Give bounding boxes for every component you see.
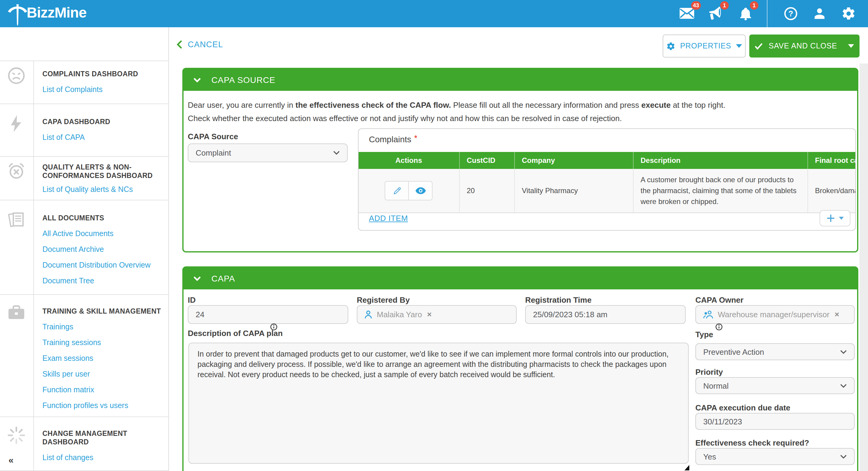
capa-source-panel: CAPA SOURCE Dear user, you are currently… <box>182 68 858 253</box>
svg-text:?: ? <box>788 9 793 18</box>
capa-owner-label: CAPA Owner <box>695 296 744 304</box>
add-item-link[interactable]: ADD ITEM <box>369 214 408 223</box>
select-chevron-icon <box>840 455 847 459</box>
info-icon[interactable] <box>715 323 723 331</box>
section-title: QUALITY ALERTS & NON-CONFORMANCES DASHBO… <box>42 163 162 180</box>
add-row-button[interactable] <box>819 210 850 227</box>
message-text: Please fill out all the necessary inform… <box>451 101 642 109</box>
bell-badge: 1 <box>750 1 758 10</box>
user-icon[interactable] <box>813 7 826 21</box>
sidebar-link-function-matrix[interactable]: Function matrix <box>42 386 162 394</box>
properties-button[interactable]: PROPERTIES <box>663 34 746 58</box>
sidebar-link-list-of-capa[interactable]: List of CAPA <box>42 134 162 142</box>
info-icon[interactable] <box>270 323 277 331</box>
sidebar-link-quality-alerts-ncs[interactable]: List of Quality alerts & NCs <box>42 186 162 194</box>
section-title: CAPA DASHBOARD <box>42 117 162 126</box>
page-right-gutter <box>860 64 868 471</box>
capa-owner-value: Warehouse manager/supervisor <box>718 310 830 319</box>
type-select[interactable]: Preventive Action <box>695 343 855 360</box>
capa-source-select[interactable]: Complaint <box>188 143 348 162</box>
sidebar-link-exam-sessions[interactable]: Exam sessions <box>42 355 162 363</box>
flow-message: Dear user, you are currently in the effe… <box>188 101 848 124</box>
sidebar-section-change-management: CHANGE MANAGEMENT DASHBOARD List of chan… <box>0 416 168 470</box>
sidebar-section-training: TRAINING & SKILL MANAGEMENT Trainings Tr… <box>0 294 168 416</box>
app-root: BizzMine 43 1 1 ? <box>0 0 868 471</box>
capa-source-select-value: Complaint <box>196 148 328 158</box>
effectiveness-required-select[interactable]: Yes <box>695 448 855 465</box>
save-caret-icon[interactable] <box>848 44 854 48</box>
sidebar-section-quality-alerts: QUALITY ALERTS & NON-CONFORMANCES DASHBO… <box>0 156 168 200</box>
id-input[interactable]: 24 <box>188 305 348 324</box>
complaints-table-row: 20 Vitality Pharmacy A customer brought … <box>359 169 856 213</box>
section-title: ALL DOCUMENTS <box>42 214 162 222</box>
registration-time-value: 25/09/2023 05:18 am <box>533 310 608 319</box>
effectiveness-required-label: Effectiveness check required? <box>695 438 809 447</box>
section-title: TRAINING & SKILL MANAGEMENT <box>42 307 162 315</box>
registered-by-input[interactable]: Malaika Yaro ✕ <box>357 305 517 324</box>
col-company: Company <box>514 152 633 169</box>
properties-gear-icon <box>666 41 675 51</box>
priority-label: Priority <box>695 368 723 376</box>
topbar-divider <box>767 0 768 27</box>
sidebar-link-list-of-changes[interactable]: List of changes <box>42 454 162 462</box>
eye-icon <box>415 187 426 194</box>
sidebar-link-skills-per-user[interactable]: Skills per user <box>42 370 162 378</box>
sidebar-link-all-active-documents[interactable]: All Active Documents <box>42 230 162 238</box>
save-and-close-button[interactable]: SAVE AND CLOSE <box>749 34 860 58</box>
sidebar-link-document-tree[interactable]: Document Tree <box>42 277 162 285</box>
pickaxe-logo-icon <box>7 1 28 26</box>
required-asterisk: * <box>825 470 827 471</box>
remove-icon[interactable]: ✕ <box>834 311 840 318</box>
col-custcid: CustCID <box>459 152 514 169</box>
registration-time-input[interactable]: 25/09/2023 05:18 am <box>525 305 686 324</box>
capa-owner-input[interactable]: Warehouse manager/supervisor ✕ <box>695 305 855 324</box>
message-bold: execute <box>642 101 671 109</box>
col-final-root-cause: Final root cause <box>807 152 856 169</box>
custcid-cell: 20 <box>459 169 514 213</box>
registered-by-label: Registered By <box>357 296 410 304</box>
message-text: Dear user, you are currently in <box>188 101 296 109</box>
complaints-label: Complaints <box>369 134 411 144</box>
angry-face-icon <box>7 66 26 86</box>
cancel-button[interactable]: CANCEL <box>177 40 223 49</box>
sidebar-link-trainings[interactable]: Trainings <box>42 323 162 331</box>
documents-icon <box>7 210 26 230</box>
remove-icon[interactable]: ✕ <box>427 311 432 318</box>
priority-value: Normal <box>703 381 835 390</box>
back-chevron-icon <box>177 40 182 48</box>
due-date-input[interactable]: 30/11/2023 <box>695 413 855 430</box>
mail-icon[interactable] <box>680 8 694 19</box>
registration-time-label: Registration Time <box>525 296 591 304</box>
properties-caret-icon <box>736 44 742 48</box>
sidebar-link-list-of-complaints[interactable]: List of Complaints <box>42 86 162 94</box>
megaphone-icon[interactable] <box>708 6 723 21</box>
brand-title: BizzMine <box>27 4 86 21</box>
chevron-down-icon <box>193 276 201 281</box>
help-icon[interactable]: ? <box>784 7 798 21</box>
description-textarea[interactable]: In order to prevent that damaged product… <box>188 343 689 464</box>
sidebar-link-function-profiles[interactable]: Function profiles vs users <box>42 402 162 410</box>
message-bold: the effectiveness check of the CAPA flow… <box>296 101 451 109</box>
message-line2: Check whether the executed action was ef… <box>188 114 848 124</box>
check-icon <box>755 43 763 49</box>
complaints-box: Complaints* Actions CustCID Company Desc… <box>358 128 856 231</box>
select-chevron-icon <box>840 349 847 354</box>
textarea-resize-grip[interactable] <box>684 465 689 470</box>
capa-header[interactable]: CAPA <box>184 268 857 290</box>
gear-icon[interactable] <box>841 6 856 21</box>
view-button[interactable] <box>409 181 433 200</box>
capa-source-header[interactable]: CAPA SOURCE <box>184 69 857 91</box>
sidebar-collapse-button[interactable]: « <box>8 455 13 465</box>
sidebar-link-document-archive[interactable]: Document Archive <box>42 246 162 254</box>
company-cell: Vitality Pharmacy <box>514 169 633 213</box>
sidebar-link-document-distribution[interactable]: Document Distribution Overview <box>42 262 162 269</box>
cancel-label: CANCEL <box>188 40 223 49</box>
capa-source-field-label: CAPA Source <box>188 132 238 141</box>
alarm-icon <box>7 162 26 181</box>
edit-button[interactable] <box>385 181 409 200</box>
sidebar-link-training-sessions[interactable]: Training sessions <box>42 339 162 347</box>
complaints-label-row: Complaints* <box>369 134 417 144</box>
lightning-icon <box>7 114 26 133</box>
priority-select[interactable]: Normal <box>695 377 855 394</box>
description-label: Description of CAPA plan <box>188 329 283 338</box>
